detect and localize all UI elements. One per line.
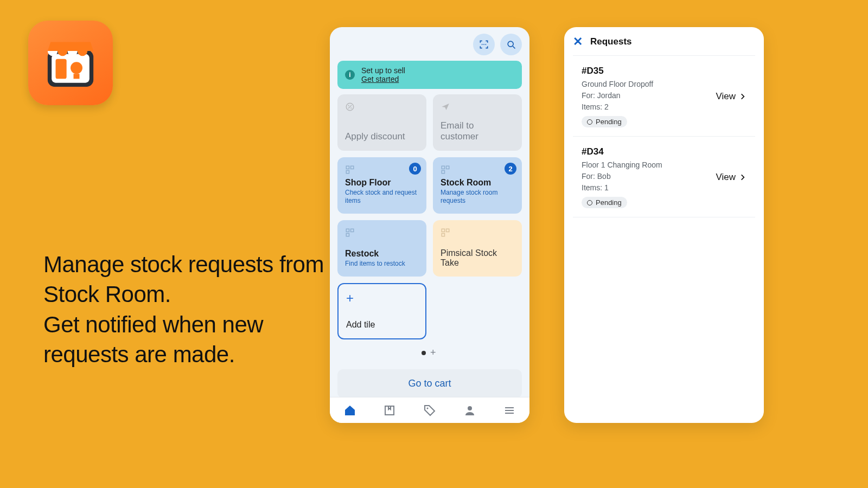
- grid-icon: [345, 228, 355, 237]
- tiles-grid: Apply discount Email to customer 0 Shop …: [330, 94, 529, 339]
- svg-rect-19: [346, 234, 349, 236]
- tile-restock[interactable]: Restock Find items to restock: [337, 220, 426, 277]
- svg-rect-18: [351, 229, 354, 232]
- request-items: Items: 1: [582, 182, 710, 194]
- tile-subtitle: Manage stock room requests: [441, 189, 514, 205]
- view-label: View: [716, 172, 736, 183]
- send-icon: [441, 102, 450, 112]
- svg-point-9: [348, 105, 349, 106]
- tile-title: Restock: [345, 249, 419, 259]
- tile-title: Shop Floor: [345, 178, 419, 188]
- svg-point-3: [71, 62, 82, 74]
- svg-rect-11: [346, 166, 349, 169]
- tile-email-customer[interactable]: Email to customer: [433, 94, 522, 151]
- svg-line-6: [513, 46, 515, 48]
- badge: 0: [409, 163, 421, 175]
- svg-rect-2: [56, 59, 67, 79]
- grid-icon: [441, 228, 450, 237]
- tile-add-tile[interactable]: + Add tile: [337, 283, 426, 339]
- promo-line-1: Manage stock requests from Stock Room.: [43, 249, 326, 310]
- storefront-icon: [41, 33, 100, 93]
- setup-banner[interactable]: i Set up to sell Get started: [337, 61, 522, 89]
- phone-home: i Set up to sell Get started Apply disco…: [330, 27, 529, 423]
- svg-rect-21: [446, 229, 449, 232]
- tile-subtitle: Check stock and request items: [345, 189, 419, 205]
- tile-stock-room[interactable]: 2 Stock Room Manage stock room requests: [433, 157, 522, 214]
- scan-icon: [478, 39, 489, 50]
- phone1-toolbar: [330, 27, 529, 60]
- svg-rect-12: [351, 166, 354, 169]
- tile-subtitle: Find items to restock: [345, 260, 419, 268]
- svg-rect-16: [442, 171, 444, 174]
- bottom-nav: [330, 397, 529, 423]
- request-location: Ground Floor Dropoff: [582, 79, 710, 90]
- tile-label: Add tile: [346, 320, 418, 330]
- view-button[interactable]: View: [716, 91, 746, 102]
- tile-title: Stock Room: [441, 178, 514, 188]
- promo-line-2: Get notified when new requests are made.: [43, 310, 326, 370]
- request-id: #D35: [582, 66, 710, 76]
- banner-title: Set up to sell: [361, 66, 514, 75]
- tile-shop-floor[interactable]: 0 Shop Floor Check stock and request ite…: [337, 157, 426, 214]
- chevron-right-icon: [739, 93, 746, 100]
- status-badge: Pending: [582, 197, 627, 208]
- view-button[interactable]: View: [716, 172, 746, 183]
- circle-icon: [587, 119, 592, 125]
- status-text: Pending: [596, 118, 622, 126]
- close-icon[interactable]: ✕: [573, 35, 583, 49]
- svg-rect-14: [442, 166, 444, 169]
- svg-point-5: [508, 41, 513, 47]
- tag-icon[interactable]: [423, 404, 436, 417]
- plus-icon: +: [346, 292, 418, 305]
- tile-title: Pimsical Stock Take: [441, 248, 514, 268]
- banner-link[interactable]: Get started: [361, 75, 514, 84]
- tile-pimsical-stock-take[interactable]: Pimsical Stock Take: [433, 220, 522, 277]
- svg-point-10: [350, 107, 352, 108]
- person-icon[interactable]: [463, 404, 476, 417]
- svg-rect-20: [442, 229, 444, 232]
- svg-rect-17: [346, 229, 349, 232]
- request-card: #D35 Ground Floor Dropoff For: Jordan It…: [573, 56, 755, 137]
- page-dot-active: [422, 351, 426, 355]
- scan-button[interactable]: [473, 34, 495, 55]
- request-id: #D34: [582, 146, 710, 157]
- request-items: Items: 2: [582, 101, 710, 113]
- request-for: For: Jordan: [582, 90, 710, 101]
- app-icon: [28, 21, 113, 105]
- pager: +: [330, 347, 529, 358]
- svg-rect-4: [74, 74, 80, 79]
- request-card: #D34 Floor 1 Changing Room For: Bob Item…: [573, 137, 755, 217]
- tile-label: Apply discount: [345, 131, 419, 142]
- grid-icon: [345, 165, 355, 175]
- status-text: Pending: [596, 198, 622, 207]
- add-page-icon[interactable]: +: [430, 347, 438, 358]
- go-to-cart-button[interactable]: Go to cart: [337, 369, 522, 398]
- view-label: View: [716, 91, 736, 102]
- svg-point-25: [468, 406, 472, 410]
- circle-icon: [587, 200, 592, 206]
- request-for: For: Bob: [582, 171, 710, 182]
- chevron-right-icon: [739, 174, 746, 181]
- request-location: Floor 1 Changing Room: [582, 159, 710, 171]
- discount-icon: [345, 102, 355, 112]
- search-button[interactable]: [500, 34, 522, 55]
- home-icon[interactable]: [343, 404, 356, 417]
- grid-icon: [441, 165, 450, 175]
- svg-rect-23: [385, 406, 394, 415]
- badge: 2: [505, 163, 516, 175]
- tile-apply-discount[interactable]: Apply discount: [337, 94, 426, 151]
- svg-rect-13: [346, 171, 349, 174]
- svg-rect-15: [446, 166, 449, 169]
- phone-requests: ✕ Requests #D35 Ground Floor Dropoff For…: [564, 27, 764, 423]
- requests-header: ✕ Requests: [564, 27, 764, 55]
- info-icon: i: [345, 70, 355, 80]
- inbox-icon[interactable]: [383, 404, 396, 417]
- requests-title: Requests: [590, 36, 632, 47]
- svg-point-24: [426, 407, 428, 409]
- menu-icon[interactable]: [503, 404, 516, 417]
- status-badge: Pending: [582, 116, 627, 127]
- svg-rect-22: [442, 234, 444, 236]
- promo-text: Manage stock requests from Stock Room. G…: [43, 249, 326, 370]
- search-icon: [506, 39, 516, 50]
- tile-label: Email to customer: [441, 120, 514, 142]
